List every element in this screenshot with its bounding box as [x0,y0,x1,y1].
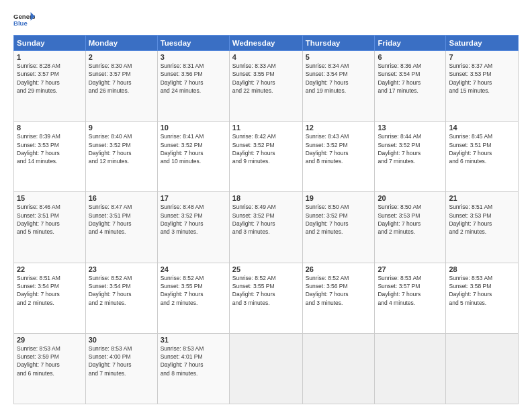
calendar-day-cell: 21Sunrise: 8:51 AMSunset: 3:53 PMDayligh… [446,192,519,263]
day-number: 30 [89,336,154,344]
day-info: Sunrise: 8:34 AMSunset: 3:54 PMDaylight:… [306,62,372,95]
calendar-day-cell: 15Sunrise: 8:46 AMSunset: 3:51 PMDayligh… [14,192,86,263]
calendar-day-cell: 24Sunrise: 8:52 AMSunset: 3:55 PMDayligh… [157,263,229,333]
calendar-header-row: SundayMondayTuesdayWednesdayThursdayFrid… [14,36,519,51]
day-info: Sunrise: 8:53 AMSunset: 4:01 PMDaylight:… [161,345,226,377]
calendar-day-cell: 25Sunrise: 8:52 AMSunset: 3:55 PMDayligh… [229,263,302,333]
day-number: 14 [449,124,515,132]
day-number: 6 [378,53,443,61]
calendar-day-cell: 22Sunrise: 8:51 AMSunset: 3:54 PMDayligh… [14,263,86,333]
calendar-day-header: Thursday [302,36,375,51]
calendar-day-cell [302,333,375,404]
day-number: 28 [449,265,515,273]
calendar-week-row: 15Sunrise: 8:46 AMSunset: 3:51 PMDayligh… [14,192,519,263]
calendar-table: SundayMondayTuesdayWednesdayThursdayFrid… [13,35,519,404]
day-number: 5 [306,53,372,61]
day-info: Sunrise: 8:48 AMSunset: 3:52 PMDaylight:… [161,203,226,236]
day-info: Sunrise: 8:53 AMSunset: 4:00 PMDaylight:… [89,345,154,377]
calendar-day-header: Saturday [446,36,519,51]
day-number: 31 [161,336,226,344]
day-number: 22 [17,265,83,273]
day-number: 3 [161,53,226,61]
day-number: 4 [232,53,300,61]
day-number: 18 [232,194,300,202]
calendar-day-cell: 30Sunrise: 8:53 AMSunset: 4:00 PMDayligh… [85,333,157,404]
day-info: Sunrise: 8:50 AMSunset: 3:52 PMDaylight:… [306,203,372,236]
calendar-day-cell [229,333,302,404]
calendar-day-cell [446,333,519,404]
calendar-day-header: Monday [85,36,157,51]
calendar-day-header: Friday [375,36,446,51]
day-info: Sunrise: 8:52 AMSunset: 3:55 PMDaylight:… [232,274,300,307]
day-number: 2 [89,53,154,61]
day-number: 12 [306,124,372,132]
day-number: 25 [232,265,300,273]
calendar-day-header: Wednesday [229,36,302,51]
day-info: Sunrise: 8:30 AMSunset: 3:57 PMDaylight:… [89,62,154,95]
day-info: Sunrise: 8:31 AMSunset: 3:56 PMDaylight:… [161,62,226,95]
calendar-day-cell: 7Sunrise: 8:37 AMSunset: 3:53 PMDaylight… [446,51,519,122]
calendar-day-cell: 2Sunrise: 8:30 AMSunset: 3:57 PMDaylight… [85,51,157,122]
day-number: 1 [17,53,83,61]
calendar-day-cell: 8Sunrise: 8:39 AMSunset: 3:53 PMDaylight… [14,122,86,192]
day-number: 17 [161,194,226,202]
calendar-day-header: Tuesday [157,36,229,51]
logo: General Blue [13,11,35,30]
calendar-day-cell: 16Sunrise: 8:47 AMSunset: 3:51 PMDayligh… [85,192,157,263]
day-number: 10 [161,124,226,132]
calendar-day-cell [375,333,446,404]
day-info: Sunrise: 8:51 AMSunset: 3:54 PMDaylight:… [17,274,83,307]
day-number: 24 [161,265,226,273]
calendar-day-cell: 28Sunrise: 8:53 AMSunset: 3:58 PMDayligh… [446,263,519,333]
calendar-day-cell: 14Sunrise: 8:45 AMSunset: 3:51 PMDayligh… [446,122,519,192]
calendar-week-row: 1Sunrise: 8:28 AMSunset: 3:57 PMDaylight… [14,51,519,122]
calendar-day-cell: 18Sunrise: 8:49 AMSunset: 3:52 PMDayligh… [229,192,302,263]
calendar-day-cell: 26Sunrise: 8:52 AMSunset: 3:56 PMDayligh… [302,263,375,333]
calendar-day-cell: 9Sunrise: 8:40 AMSunset: 3:52 PMDaylight… [85,122,157,192]
day-info: Sunrise: 8:37 AMSunset: 3:53 PMDaylight:… [449,62,515,95]
calendar-day-cell: 11Sunrise: 8:42 AMSunset: 3:52 PMDayligh… [229,122,302,192]
day-number: 26 [306,265,372,273]
calendar-day-cell: 5Sunrise: 8:34 AMSunset: 3:54 PMDaylight… [302,51,375,122]
day-info: Sunrise: 8:53 AMSunset: 3:58 PMDaylight:… [449,274,515,307]
day-info: Sunrise: 8:53 AMSunset: 3:59 PMDaylight:… [17,345,83,377]
calendar-day-cell: 1Sunrise: 8:28 AMSunset: 3:57 PMDaylight… [14,51,86,122]
day-number: 16 [89,194,154,202]
day-info: Sunrise: 8:43 AMSunset: 3:52 PMDaylight:… [306,132,372,165]
day-number: 8 [17,124,83,132]
day-info: Sunrise: 8:53 AMSunset: 3:57 PMDaylight:… [378,274,443,307]
day-info: Sunrise: 8:28 AMSunset: 3:57 PMDaylight:… [17,62,83,95]
day-info: Sunrise: 8:45 AMSunset: 3:51 PMDaylight:… [449,132,515,165]
day-number: 19 [306,194,372,202]
calendar-day-cell: 27Sunrise: 8:53 AMSunset: 3:57 PMDayligh… [375,263,446,333]
day-number: 29 [17,336,83,344]
day-info: Sunrise: 8:41 AMSunset: 3:52 PMDaylight:… [161,132,226,165]
day-number: 20 [378,194,443,202]
day-number: 23 [89,265,154,273]
calendar-day-cell: 20Sunrise: 8:50 AMSunset: 3:53 PMDayligh… [375,192,446,263]
day-info: Sunrise: 8:39 AMSunset: 3:53 PMDaylight:… [17,132,83,165]
calendar-day-cell: 3Sunrise: 8:31 AMSunset: 3:56 PMDaylight… [157,51,229,122]
page: General Blue SundayMondayTuesdayWednesda… [0,0,532,411]
calendar-week-row: 22Sunrise: 8:51 AMSunset: 3:54 PMDayligh… [14,263,519,333]
calendar-week-row: 29Sunrise: 8:53 AMSunset: 3:59 PMDayligh… [14,333,519,404]
day-number: 11 [232,124,300,132]
calendar-day-cell: 23Sunrise: 8:52 AMSunset: 3:54 PMDayligh… [85,263,157,333]
day-info: Sunrise: 8:33 AMSunset: 3:55 PMDaylight:… [232,62,300,95]
calendar-day-cell: 4Sunrise: 8:33 AMSunset: 3:55 PMDaylight… [229,51,302,122]
calendar-day-cell: 29Sunrise: 8:53 AMSunset: 3:59 PMDayligh… [14,333,86,404]
calendar-day-cell: 10Sunrise: 8:41 AMSunset: 3:52 PMDayligh… [157,122,229,192]
calendar-week-row: 8Sunrise: 8:39 AMSunset: 3:53 PMDaylight… [14,122,519,192]
day-info: Sunrise: 8:44 AMSunset: 3:52 PMDaylight:… [378,132,443,165]
day-info: Sunrise: 8:40 AMSunset: 3:52 PMDaylight:… [89,132,154,165]
calendar-day-cell: 19Sunrise: 8:50 AMSunset: 3:52 PMDayligh… [302,192,375,263]
day-info: Sunrise: 8:52 AMSunset: 3:54 PMDaylight:… [89,274,154,307]
day-info: Sunrise: 8:49 AMSunset: 3:52 PMDaylight:… [232,203,300,236]
day-number: 27 [378,265,443,273]
calendar-day-cell: 17Sunrise: 8:48 AMSunset: 3:52 PMDayligh… [157,192,229,263]
calendar-day-header: Sunday [14,36,86,51]
day-number: 13 [378,124,443,132]
calendar-day-cell: 6Sunrise: 8:36 AMSunset: 3:54 PMDaylight… [375,51,446,122]
day-number: 7 [449,53,515,61]
day-info: Sunrise: 8:52 AMSunset: 3:55 PMDaylight:… [161,274,226,307]
